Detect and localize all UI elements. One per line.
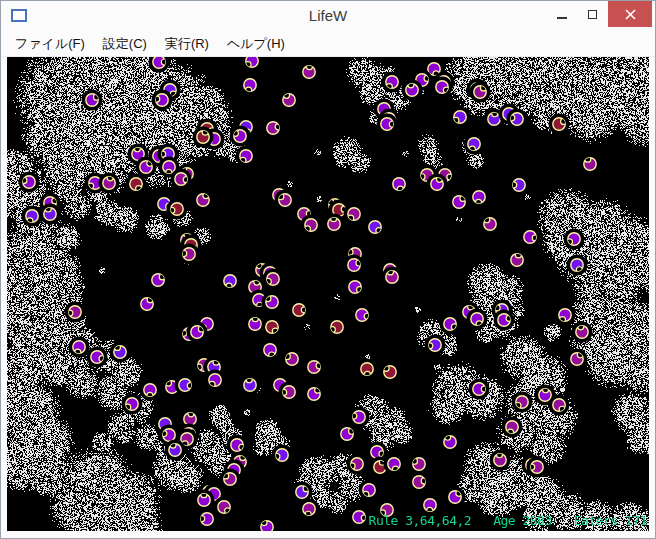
close-icon xyxy=(625,9,636,20)
caption-buttons xyxy=(546,1,652,27)
client-area: Rule 3,64,64,2 Age 2883 Eaters 171 xyxy=(7,57,649,531)
menu-settings[interactable]: 設定(C) xyxy=(94,31,156,56)
menu-bar: ファイル(F) 設定(C) 実行(R) ヘルプ(H) xyxy=(1,31,655,57)
close-button[interactable] xyxy=(608,1,652,27)
title-bar: LifeW xyxy=(1,1,655,31)
menu-run[interactable]: 実行(R) xyxy=(156,31,218,56)
minimize-button[interactable] xyxy=(546,1,577,27)
minimize-icon xyxy=(557,17,567,19)
maximize-button[interactable] xyxy=(577,1,608,27)
app-window: LifeW ファイル(F) 設定(C) 実行(R) ヘルプ(H) Rule 3,… xyxy=(0,0,656,539)
life-canvas[interactable] xyxy=(7,57,649,531)
menu-help[interactable]: ヘルプ(H) xyxy=(218,31,294,56)
maximize-icon xyxy=(588,10,597,19)
menu-file[interactable]: ファイル(F) xyxy=(6,31,94,56)
